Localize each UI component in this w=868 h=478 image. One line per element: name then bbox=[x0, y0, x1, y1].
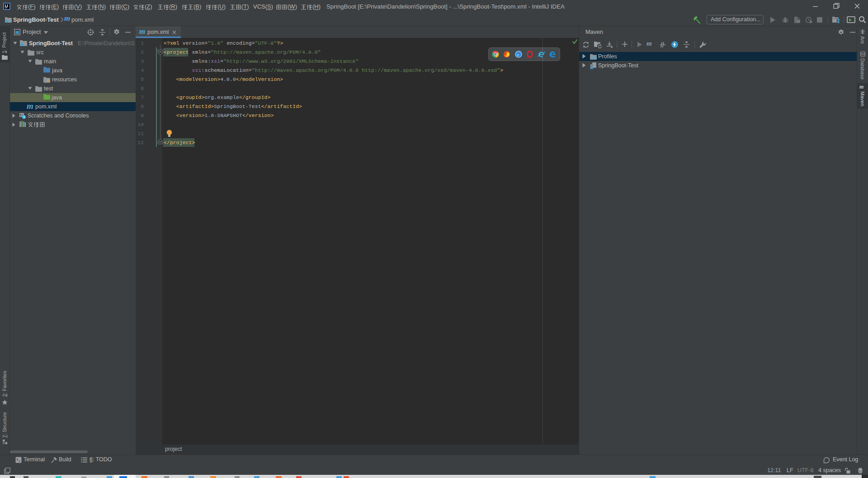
svg-text:m: m bbox=[590, 66, 593, 70]
